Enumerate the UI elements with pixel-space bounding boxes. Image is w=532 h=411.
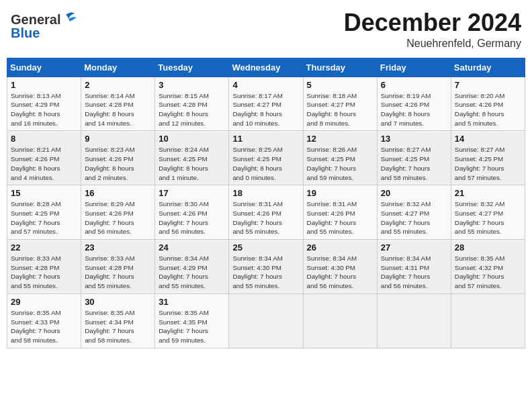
day-number: 31 — [159, 297, 225, 307]
weekday-header-wednesday: Wednesday — [229, 58, 303, 77]
calendar-cell: 31Sunrise: 8:35 AMSunset: 4:35 PMDayligh… — [155, 293, 229, 348]
logo-svg: General Blue — [11, 9, 78, 43]
day-number: 4 — [232, 80, 299, 90]
day-info: Sunrise: 8:30 AMSunset: 4:26 PMDaylight:… — [159, 199, 225, 236]
day-number: 18 — [232, 188, 299, 198]
calendar-cell: 20Sunrise: 8:32 AMSunset: 4:27 PMDayligh… — [377, 185, 451, 240]
day-number: 13 — [381, 134, 447, 144]
location: Neuehrenfeld, Germany — [344, 38, 521, 50]
weekday-header-sunday: Sunday — [7, 58, 81, 77]
day-number: 3 — [159, 80, 225, 90]
day-info: Sunrise: 8:35 AMSunset: 4:32 PMDaylight:… — [455, 254, 521, 291]
day-number: 28 — [455, 242, 521, 253]
logo: General Blue — [11, 9, 78, 43]
calendar-cell: 19Sunrise: 8:31 AMSunset: 4:26 PMDayligh… — [303, 185, 377, 240]
title-block: December 2024 Neuehrenfeld, Germany — [344, 9, 521, 50]
day-number: 1 — [11, 80, 77, 90]
day-info: Sunrise: 8:31 AMSunset: 4:26 PMDaylight:… — [307, 199, 373, 236]
day-number: 26 — [307, 242, 373, 253]
calendar-cell: 17Sunrise: 8:30 AMSunset: 4:26 PMDayligh… — [155, 185, 229, 240]
calendar-cell — [303, 293, 377, 348]
calendar-cell: 1Sunrise: 8:13 AMSunset: 4:29 PMDaylight… — [7, 77, 81, 131]
calendar-cell — [377, 293, 451, 348]
day-info: Sunrise: 8:15 AMSunset: 4:28 PMDaylight:… — [159, 91, 225, 128]
calendar-cell: 12Sunrise: 8:26 AMSunset: 4:25 PMDayligh… — [303, 131, 377, 185]
calendar-cell: 25Sunrise: 8:34 AMSunset: 4:30 PMDayligh… — [229, 240, 303, 294]
day-number: 29 — [11, 297, 77, 307]
day-info: Sunrise: 8:31 AMSunset: 4:26 PMDaylight:… — [232, 199, 299, 236]
day-number: 16 — [85, 188, 151, 198]
day-info: Sunrise: 8:33 AMSunset: 4:28 PMDaylight:… — [11, 254, 77, 291]
day-info: Sunrise: 8:27 AMSunset: 4:25 PMDaylight:… — [381, 145, 447, 182]
day-info: Sunrise: 8:13 AMSunset: 4:29 PMDaylight:… — [11, 91, 77, 128]
calendar-cell: 10Sunrise: 8:24 AMSunset: 4:25 PMDayligh… — [155, 131, 229, 185]
calendar-cell: 8Sunrise: 8:21 AMSunset: 4:26 PMDaylight… — [7, 131, 81, 185]
calendar-cell: 7Sunrise: 8:20 AMSunset: 4:26 PMDaylight… — [451, 77, 525, 131]
day-number: 14 — [455, 134, 521, 144]
calendar-cell — [451, 293, 525, 348]
calendar-cell: 14Sunrise: 8:27 AMSunset: 4:25 PMDayligh… — [451, 131, 525, 185]
calendar-cell — [229, 293, 303, 348]
day-info: Sunrise: 8:32 AMSunset: 4:27 PMDaylight:… — [455, 199, 521, 236]
day-info: Sunrise: 8:28 AMSunset: 4:25 PMDaylight:… — [11, 199, 77, 236]
calendar-cell: 4Sunrise: 8:17 AMSunset: 4:27 PMDaylight… — [229, 77, 303, 131]
weekday-header-tuesday: Tuesday — [155, 58, 229, 77]
calendar-table: SundayMondayTuesdayWednesdayThursdayFrid… — [7, 58, 525, 349]
weekday-header-monday: Monday — [81, 58, 155, 77]
day-info: Sunrise: 8:14 AMSunset: 4:28 PMDaylight:… — [85, 91, 151, 128]
day-number: 20 — [381, 188, 447, 198]
day-number: 10 — [159, 134, 225, 144]
day-number: 12 — [307, 134, 373, 144]
day-number: 9 — [85, 134, 151, 144]
day-info: Sunrise: 8:23 AMSunset: 4:26 PMDaylight:… — [85, 145, 151, 182]
day-info: Sunrise: 8:34 AMSunset: 4:29 PMDaylight:… — [159, 254, 225, 291]
day-info: Sunrise: 8:34 AMSunset: 4:30 PMDaylight:… — [307, 254, 373, 291]
calendar-cell: 21Sunrise: 8:32 AMSunset: 4:27 PMDayligh… — [451, 185, 525, 240]
day-info: Sunrise: 8:35 AMSunset: 4:35 PMDaylight:… — [159, 308, 225, 345]
day-number: 27 — [381, 242, 447, 253]
calendar-cell: 30Sunrise: 8:35 AMSunset: 4:34 PMDayligh… — [81, 293, 155, 348]
day-number: 15 — [11, 188, 77, 198]
svg-text:Blue: Blue — [11, 26, 40, 40]
calendar-cell: 16Sunrise: 8:29 AMSunset: 4:26 PMDayligh… — [81, 185, 155, 240]
day-number: 7 — [455, 80, 521, 90]
day-info: Sunrise: 8:24 AMSunset: 4:25 PMDaylight:… — [159, 145, 225, 182]
day-info: Sunrise: 8:34 AMSunset: 4:30 PMDaylight:… — [232, 254, 299, 291]
day-number: 8 — [11, 134, 77, 144]
calendar-cell: 6Sunrise: 8:19 AMSunset: 4:26 PMDaylight… — [377, 77, 451, 131]
day-info: Sunrise: 8:26 AMSunset: 4:25 PMDaylight:… — [307, 145, 373, 182]
day-number: 30 — [85, 297, 151, 307]
day-info: Sunrise: 8:29 AMSunset: 4:26 PMDaylight:… — [85, 199, 151, 236]
calendar-cell: 22Sunrise: 8:33 AMSunset: 4:28 PMDayligh… — [7, 240, 81, 294]
day-number: 11 — [232, 134, 299, 144]
calendar-cell: 13Sunrise: 8:27 AMSunset: 4:25 PMDayligh… — [377, 131, 451, 185]
day-number: 24 — [159, 242, 225, 253]
svg-text:General: General — [11, 12, 60, 27]
calendar-cell: 3Sunrise: 8:15 AMSunset: 4:28 PMDaylight… — [155, 77, 229, 131]
calendar-cell: 28Sunrise: 8:35 AMSunset: 4:32 PMDayligh… — [451, 240, 525, 294]
day-number: 17 — [159, 188, 225, 198]
calendar-cell: 9Sunrise: 8:23 AMSunset: 4:26 PMDaylight… — [81, 131, 155, 185]
day-info: Sunrise: 8:17 AMSunset: 4:27 PMDaylight:… — [232, 91, 299, 128]
day-number: 2 — [85, 80, 151, 90]
day-info: Sunrise: 8:32 AMSunset: 4:27 PMDaylight:… — [381, 199, 447, 236]
day-info: Sunrise: 8:18 AMSunset: 4:27 PMDaylight:… — [307, 91, 373, 128]
day-number: 19 — [307, 188, 373, 198]
day-number: 21 — [455, 188, 521, 198]
day-info: Sunrise: 8:25 AMSunset: 4:25 PMDaylight:… — [232, 145, 299, 182]
calendar-cell: 18Sunrise: 8:31 AMSunset: 4:26 PMDayligh… — [229, 185, 303, 240]
day-info: Sunrise: 8:34 AMSunset: 4:31 PMDaylight:… — [381, 254, 447, 291]
calendar-cell: 23Sunrise: 8:33 AMSunset: 4:28 PMDayligh… — [81, 240, 155, 294]
calendar-cell: 24Sunrise: 8:34 AMSunset: 4:29 PMDayligh… — [155, 240, 229, 294]
weekday-header-thursday: Thursday — [303, 58, 377, 77]
calendar-cell: 11Sunrise: 8:25 AMSunset: 4:25 PMDayligh… — [229, 131, 303, 185]
day-number: 22 — [11, 242, 77, 253]
page-header: General Blue December 2024 Neuehrenfeld,… — [7, 7, 525, 52]
calendar-cell: 29Sunrise: 8:35 AMSunset: 4:33 PMDayligh… — [7, 293, 81, 348]
calendar-cell: 15Sunrise: 8:28 AMSunset: 4:25 PMDayligh… — [7, 185, 81, 240]
calendar-cell: 5Sunrise: 8:18 AMSunset: 4:27 PMDaylight… — [303, 77, 377, 131]
day-info: Sunrise: 8:21 AMSunset: 4:26 PMDaylight:… — [11, 145, 77, 182]
day-info: Sunrise: 8:27 AMSunset: 4:25 PMDaylight:… — [455, 145, 521, 182]
calendar-cell: 27Sunrise: 8:34 AMSunset: 4:31 PMDayligh… — [377, 240, 451, 294]
calendar-cell: 26Sunrise: 8:34 AMSunset: 4:30 PMDayligh… — [303, 240, 377, 294]
